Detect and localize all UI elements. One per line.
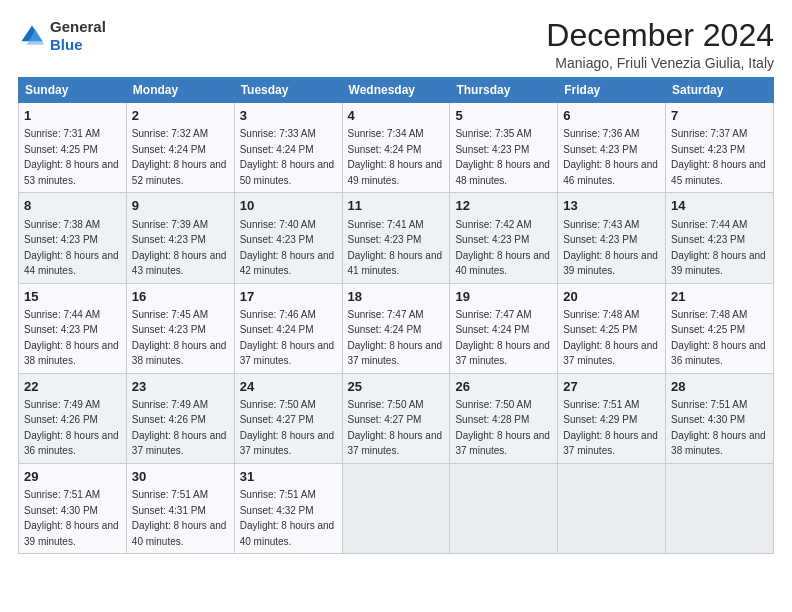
weekday-header-cell: Sunday (19, 78, 127, 103)
day-number: 1 (24, 107, 121, 125)
day-number: 10 (240, 197, 337, 215)
day-number: 27 (563, 378, 660, 396)
cell-info: Sunrise: 7:41 AMSunset: 4:23 PMDaylight:… (348, 219, 443, 277)
cell-info: Sunrise: 7:51 AMSunset: 4:30 PMDaylight:… (24, 489, 119, 547)
day-number: 14 (671, 197, 768, 215)
day-number: 23 (132, 378, 229, 396)
cell-info: Sunrise: 7:37 AMSunset: 4:23 PMDaylight:… (671, 128, 766, 186)
calendar-cell (666, 463, 774, 553)
calendar-cell: 25Sunrise: 7:50 AMSunset: 4:27 PMDayligh… (342, 373, 450, 463)
calendar-cell: 20Sunrise: 7:48 AMSunset: 4:25 PMDayligh… (558, 283, 666, 373)
calendar-cell: 12Sunrise: 7:42 AMSunset: 4:23 PMDayligh… (450, 193, 558, 283)
day-number: 31 (240, 468, 337, 486)
weekday-header-cell: Friday (558, 78, 666, 103)
calendar-cell: 19Sunrise: 7:47 AMSunset: 4:24 PMDayligh… (450, 283, 558, 373)
calendar-cell: 29Sunrise: 7:51 AMSunset: 4:30 PMDayligh… (19, 463, 127, 553)
cell-info: Sunrise: 7:46 AMSunset: 4:24 PMDaylight:… (240, 309, 335, 367)
day-number: 29 (24, 468, 121, 486)
cell-info: Sunrise: 7:31 AMSunset: 4:25 PMDaylight:… (24, 128, 119, 186)
calendar-cell: 15Sunrise: 7:44 AMSunset: 4:23 PMDayligh… (19, 283, 127, 373)
day-number: 11 (348, 197, 445, 215)
calendar-table: SundayMondayTuesdayWednesdayThursdayFrid… (18, 77, 774, 554)
header: General Blue December 2024 Maniago, Friu… (18, 18, 774, 71)
calendar-cell: 17Sunrise: 7:46 AMSunset: 4:24 PMDayligh… (234, 283, 342, 373)
calendar-cell (450, 463, 558, 553)
cell-info: Sunrise: 7:47 AMSunset: 4:24 PMDaylight:… (455, 309, 550, 367)
day-number: 22 (24, 378, 121, 396)
calendar-cell: 1Sunrise: 7:31 AMSunset: 4:25 PMDaylight… (19, 103, 127, 193)
cell-info: Sunrise: 7:50 AMSunset: 4:27 PMDaylight:… (240, 399, 335, 457)
page-container: General Blue December 2024 Maniago, Friu… (0, 0, 792, 564)
calendar-cell: 23Sunrise: 7:49 AMSunset: 4:26 PMDayligh… (126, 373, 234, 463)
cell-info: Sunrise: 7:51 AMSunset: 4:31 PMDaylight:… (132, 489, 227, 547)
calendar-cell: 21Sunrise: 7:48 AMSunset: 4:25 PMDayligh… (666, 283, 774, 373)
calendar-cell: 9Sunrise: 7:39 AMSunset: 4:23 PMDaylight… (126, 193, 234, 283)
calendar-cell: 14Sunrise: 7:44 AMSunset: 4:23 PMDayligh… (666, 193, 774, 283)
calendar-cell: 8Sunrise: 7:38 AMSunset: 4:23 PMDaylight… (19, 193, 127, 283)
day-number: 25 (348, 378, 445, 396)
calendar-cell (558, 463, 666, 553)
calendar-cell: 22Sunrise: 7:49 AMSunset: 4:26 PMDayligh… (19, 373, 127, 463)
cell-info: Sunrise: 7:34 AMSunset: 4:24 PMDaylight:… (348, 128, 443, 186)
cell-info: Sunrise: 7:44 AMSunset: 4:23 PMDaylight:… (671, 219, 766, 277)
cell-info: Sunrise: 7:48 AMSunset: 4:25 PMDaylight:… (671, 309, 766, 367)
calendar-cell: 11Sunrise: 7:41 AMSunset: 4:23 PMDayligh… (342, 193, 450, 283)
calendar-cell: 26Sunrise: 7:50 AMSunset: 4:28 PMDayligh… (450, 373, 558, 463)
weekday-header-cell: Saturday (666, 78, 774, 103)
weekday-header-row: SundayMondayTuesdayWednesdayThursdayFrid… (19, 78, 774, 103)
cell-info: Sunrise: 7:44 AMSunset: 4:23 PMDaylight:… (24, 309, 119, 367)
calendar-cell: 6Sunrise: 7:36 AMSunset: 4:23 PMDaylight… (558, 103, 666, 193)
calendar-cell: 10Sunrise: 7:40 AMSunset: 4:23 PMDayligh… (234, 193, 342, 283)
day-number: 24 (240, 378, 337, 396)
day-number: 19 (455, 288, 552, 306)
day-number: 18 (348, 288, 445, 306)
cell-info: Sunrise: 7:47 AMSunset: 4:24 PMDaylight:… (348, 309, 443, 367)
calendar-week-row: 29Sunrise: 7:51 AMSunset: 4:30 PMDayligh… (19, 463, 774, 553)
cell-info: Sunrise: 7:33 AMSunset: 4:24 PMDaylight:… (240, 128, 335, 186)
subtitle: Maniago, Friuli Venezia Giulia, Italy (546, 55, 774, 71)
weekday-header-cell: Thursday (450, 78, 558, 103)
cell-info: Sunrise: 7:48 AMSunset: 4:25 PMDaylight:… (563, 309, 658, 367)
cell-info: Sunrise: 7:45 AMSunset: 4:23 PMDaylight:… (132, 309, 227, 367)
day-number: 9 (132, 197, 229, 215)
day-number: 16 (132, 288, 229, 306)
cell-info: Sunrise: 7:36 AMSunset: 4:23 PMDaylight:… (563, 128, 658, 186)
weekday-header-cell: Wednesday (342, 78, 450, 103)
day-number: 8 (24, 197, 121, 215)
calendar-week-row: 1Sunrise: 7:31 AMSunset: 4:25 PMDaylight… (19, 103, 774, 193)
logo-line1: General (50, 18, 106, 36)
calendar-cell: 27Sunrise: 7:51 AMSunset: 4:29 PMDayligh… (558, 373, 666, 463)
day-number: 28 (671, 378, 768, 396)
day-number: 20 (563, 288, 660, 306)
day-number: 3 (240, 107, 337, 125)
day-number: 30 (132, 468, 229, 486)
title-block: December 2024 Maniago, Friuli Venezia Gi… (546, 18, 774, 71)
calendar-cell: 5Sunrise: 7:35 AMSunset: 4:23 PMDaylight… (450, 103, 558, 193)
calendar-cell: 7Sunrise: 7:37 AMSunset: 4:23 PMDaylight… (666, 103, 774, 193)
calendar-cell: 4Sunrise: 7:34 AMSunset: 4:24 PMDaylight… (342, 103, 450, 193)
cell-info: Sunrise: 7:39 AMSunset: 4:23 PMDaylight:… (132, 219, 227, 277)
day-number: 21 (671, 288, 768, 306)
weekday-header-cell: Tuesday (234, 78, 342, 103)
cell-info: Sunrise: 7:51 AMSunset: 4:30 PMDaylight:… (671, 399, 766, 457)
cell-info: Sunrise: 7:49 AMSunset: 4:26 PMDaylight:… (132, 399, 227, 457)
cell-info: Sunrise: 7:40 AMSunset: 4:23 PMDaylight:… (240, 219, 335, 277)
day-number: 12 (455, 197, 552, 215)
day-number: 6 (563, 107, 660, 125)
day-number: 13 (563, 197, 660, 215)
calendar-cell: 31Sunrise: 7:51 AMSunset: 4:32 PMDayligh… (234, 463, 342, 553)
main-title: December 2024 (546, 18, 774, 53)
calendar-week-row: 15Sunrise: 7:44 AMSunset: 4:23 PMDayligh… (19, 283, 774, 373)
cell-info: Sunrise: 7:35 AMSunset: 4:23 PMDaylight:… (455, 128, 550, 186)
cell-info: Sunrise: 7:50 AMSunset: 4:28 PMDaylight:… (455, 399, 550, 457)
logo-line2: Blue (50, 36, 106, 54)
calendar-cell: 13Sunrise: 7:43 AMSunset: 4:23 PMDayligh… (558, 193, 666, 283)
logo: General Blue (18, 18, 106, 54)
day-number: 15 (24, 288, 121, 306)
calendar-week-row: 22Sunrise: 7:49 AMSunset: 4:26 PMDayligh… (19, 373, 774, 463)
cell-info: Sunrise: 7:32 AMSunset: 4:24 PMDaylight:… (132, 128, 227, 186)
calendar-cell: 2Sunrise: 7:32 AMSunset: 4:24 PMDaylight… (126, 103, 234, 193)
day-number: 7 (671, 107, 768, 125)
day-number: 5 (455, 107, 552, 125)
calendar-body: 1Sunrise: 7:31 AMSunset: 4:25 PMDaylight… (19, 103, 774, 554)
